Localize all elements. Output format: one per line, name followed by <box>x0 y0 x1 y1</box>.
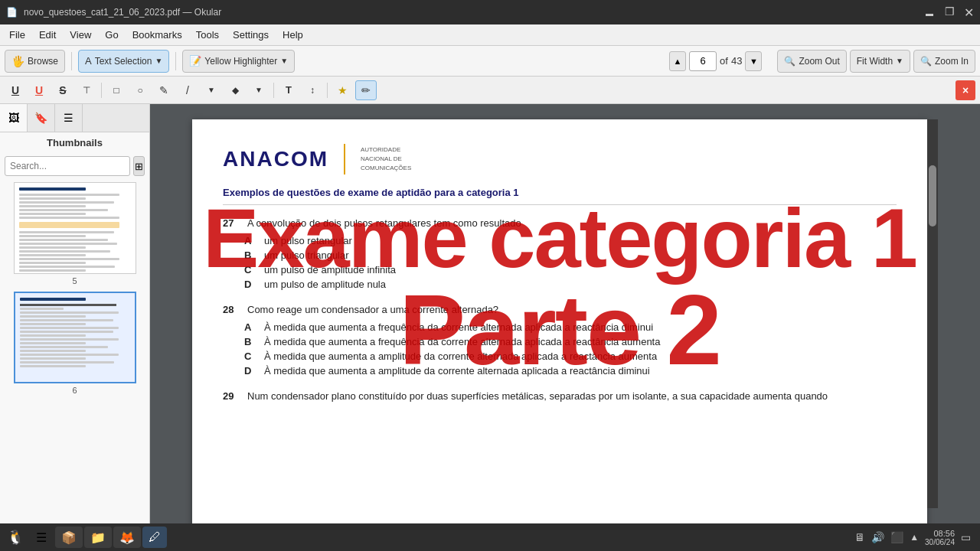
menu-view[interactable]: View <box>64 27 97 43</box>
menu-bookmarks[interactable]: Bookmarks <box>126 27 188 43</box>
pdf-page: ANACOM AutoridadeNacional deComunicações… <box>192 119 927 523</box>
q28-ans-b-letter: B <box>244 336 256 347</box>
menubar: File Edit View Go Bookmarks Tools Settin… <box>0 24 980 46</box>
main-area: 🖼 🔖 ☰ Thumbnails ⊞ <box>0 104 980 523</box>
toolbar-separator-2 <box>175 52 176 70</box>
polygon-button[interactable]: ◆ <box>224 80 246 100</box>
zoom-in-button[interactable]: 🔍 Zoom In <box>913 50 975 73</box>
taskbar-start-button[interactable]: 🐧 <box>3 527 28 548</box>
insert-text-button[interactable]: ⊤ <box>76 80 97 100</box>
q28-answer-a: A À medida que aumenta a frequência da c… <box>244 321 897 333</box>
q28-answer-b: B À medida que aumenta a frequência da c… <box>244 336 897 347</box>
highlighter-icon: 📝 <box>189 55 201 67</box>
taskbar-app-files[interactable]: 📦 <box>55 527 83 548</box>
question-27: 27 A convolução de dois pulsos retangula… <box>223 217 897 290</box>
menu-settings[interactable]: Settings <box>227 27 275 43</box>
restore-icon[interactable]: ❒ <box>945 5 955 20</box>
sidebar-tab-bookmarks[interactable]: 🔖 <box>28 104 55 132</box>
filter-button[interactable]: ⊞ <box>133 156 145 176</box>
ann-separator-1 <box>101 83 102 98</box>
q28-ans-d-letter: D <box>244 365 256 377</box>
text-selection-button[interactable]: A Text Selection ▼ <box>78 50 169 73</box>
fit-width-button[interactable]: Fit Width ▼ <box>850 50 910 73</box>
q28-ans-a-text: À medida que aumenta a frequência da cor… <box>264 321 653 333</box>
highlighter-button[interactable]: 📝 Yellow Highlighter ▼ <box>182 50 295 73</box>
sidebar-title: Thumbnails <box>0 132 149 153</box>
underline-button[interactable]: U <box>5 80 26 100</box>
network-icon: 🖥 <box>854 531 865 543</box>
highlighter-dropdown-icon[interactable]: ▼ <box>280 57 288 65</box>
zoom-out-button[interactable]: 🔍 Zoom Out <box>777 50 846 73</box>
taskbar-app-filemanager[interactable]: 📁 <box>84 527 112 548</box>
sidebar-tab-toc[interactable]: ☰ <box>55 104 83 132</box>
taskbar-app-firefox[interactable]: 🦊 <box>113 527 141 548</box>
thumbnail-5-label: 5 <box>72 276 77 285</box>
thumbnail-page-5[interactable]: 5 <box>3 182 146 285</box>
zoom-in-icon: 🔍 <box>920 56 932 67</box>
q27-ans-d-text: um pulso de amplitude nula <box>264 279 386 290</box>
text-tool-button[interactable]: T <box>278 80 299 100</box>
search-input[interactable] <box>5 156 130 176</box>
q27-header: 27 A convolução de dois pulsos retangula… <box>223 217 897 229</box>
ellipse-button[interactable]: ○ <box>129 80 151 100</box>
desktop-button[interactable]: ▭ <box>961 531 971 543</box>
volume-icon: 🔊 <box>871 531 884 543</box>
q27-ans-d-letter: D <box>244 279 256 290</box>
browse-button[interactable]: 🖐 Browse <box>5 50 65 73</box>
annotation-close-button[interactable]: × <box>956 80 975 100</box>
titlebar-controls: 🗕 ❒ ✕ <box>923 5 974 20</box>
menu-edit[interactable]: Edit <box>33 27 62 43</box>
window-title: novo_questoes_cat1_21_06_2023.pdf — Okul… <box>24 7 221 18</box>
polygon-dropdown[interactable]: ▼ <box>248 80 270 100</box>
clock: 08:56 30/06/24 <box>925 529 955 546</box>
q28-answer-d: D À medida que aumenta a amplitude da co… <box>244 365 897 377</box>
menu-tools[interactable]: Tools <box>190 27 225 43</box>
sidebar-tab-thumbnails[interactable]: 🖼 <box>0 104 28 132</box>
minimize-icon[interactable]: 🗕 <box>923 5 936 20</box>
line-dropdown[interactable]: ▼ <box>201 80 222 100</box>
pdf-area[interactable]: ANACOM AutoridadeNacional deComunicações… <box>150 104 980 523</box>
taskbar-files-button[interactable]: ☰ <box>29 527 54 548</box>
thumbnail-page-6[interactable]: 6 <box>3 292 146 395</box>
q27-number: 27 <box>223 217 241 229</box>
line-button[interactable]: / <box>177 80 198 100</box>
menu-go[interactable]: Go <box>99 27 124 43</box>
pdf-scrollbar[interactable] <box>927 119 938 508</box>
annotation-toolbar: U U S ⊤ □ ○ ✎ / ▼ ◆ ▼ T ↕ ★ ✏ × <box>0 77 980 104</box>
page-number-input[interactable] <box>689 51 717 71</box>
q27-ans-c-text: um pulso de amplitude infinita <box>264 264 396 276</box>
q28-header: 28 Como reage um condensador a uma corre… <box>223 304 897 315</box>
page-prev-button[interactable]: ▲ <box>669 51 686 71</box>
q29-header: 29 Num condensador plano constituído por… <box>223 390 897 402</box>
close-icon[interactable]: ✕ <box>964 5 974 20</box>
titlebar: 📄 novo_questoes_cat1_21_06_2023.pdf — Ok… <box>0 0 980 24</box>
scroll-thumb[interactable] <box>929 165 936 227</box>
logo-divider <box>344 144 345 174</box>
strikethrough-button[interactable]: S <box>52 80 74 100</box>
q27-ans-b-letter: B <box>244 249 256 261</box>
text-selection-dropdown-icon[interactable]: ▼ <box>155 57 162 65</box>
star-button[interactable]: ★ <box>332 80 353 100</box>
q28-ans-a-letter: A <box>244 321 256 333</box>
taskbar-system-tray: 🖥 🔊 ⬛ ▲ 08:56 30/06/24 ▭ <box>854 529 977 546</box>
taskbar-app-okular[interactable]: 🖊 <box>142 527 167 548</box>
pen-button[interactable]: ✏ <box>355 80 377 100</box>
zoom-out-label: Zoom Out <box>799 56 839 67</box>
q27-answer-a: A um pulso retangular <box>244 235 897 246</box>
underline2-button[interactable]: U <box>28 80 50 100</box>
freehand-button[interactable]: ✎ <box>153 80 175 100</box>
resize-button[interactable]: ↕ <box>302 80 323 100</box>
sidebar: 🖼 🔖 ☰ Thumbnails ⊞ <box>0 104 150 523</box>
browse-icon: 🖐 <box>11 55 24 67</box>
fit-width-dropdown-icon[interactable]: ▼ <box>896 57 903 65</box>
highlighter-label: Yellow Highlighter <box>204 56 277 67</box>
text-selection-label: Text Selection <box>95 56 152 67</box>
rectangle-button[interactable]: □ <box>106 80 127 100</box>
menu-file[interactable]: File <box>3 27 31 43</box>
page-navigation: ▲ of 43 ▼ <box>669 51 762 71</box>
q28-ans-d-text: À medida que aumenta a amplitude da corr… <box>264 365 650 377</box>
page-next-button[interactable]: ▼ <box>745 51 762 71</box>
q28-number: 28 <box>223 304 241 315</box>
menu-help[interactable]: Help <box>276 27 309 43</box>
browse-label: Browse <box>28 56 58 67</box>
